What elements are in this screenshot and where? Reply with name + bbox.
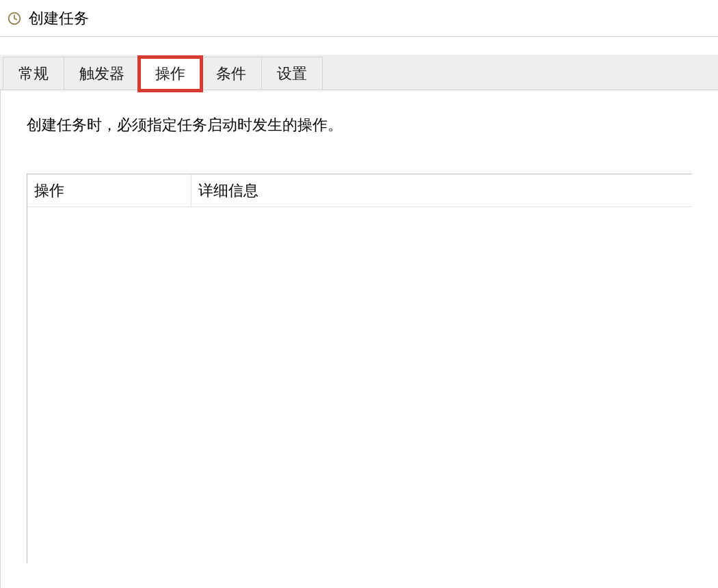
tab-general[interactable]: 常规 [3,57,64,90]
window-title: 创建任务 [29,8,89,29]
column-header-detail[interactable]: 详细信息 [191,174,692,206]
clock-icon [7,11,22,26]
tab-settings[interactable]: 设置 [261,57,323,90]
tab-conditions[interactable]: 条件 [200,57,262,90]
panel-description: 创建任务时，必须指定任务启动时发生的操作。 [27,115,692,135]
dialog-content: 常规 触发器 操作 条件 设置 创建任务时，必须指定任务启动时发生的操作。 操作… [0,55,718,588]
tab-actions[interactable]: 操作 [139,57,201,90]
tab-label: 常规 [18,64,49,84]
actions-table: 操作 详细信息 [27,174,692,563]
table-header-row: 操作 详细信息 [27,174,692,207]
tab-label: 设置 [277,64,307,84]
tab-label: 条件 [216,64,246,84]
column-header-label: 详细信息 [198,181,258,201]
table-body[interactable] [27,207,692,563]
column-header-action[interactable]: 操作 [27,174,191,206]
tabstrip: 常规 触发器 操作 条件 设置 [0,55,718,90]
window-titlebar: 创建任务 [0,0,718,37]
tab-label: 操作 [155,64,185,84]
tab-label: 触发器 [79,64,124,84]
tab-panel-actions: 创建任务时，必须指定任务启动时发生的操作。 操作 详细信息 [0,90,718,588]
column-header-label: 操作 [34,181,64,201]
tab-triggers[interactable]: 触发器 [64,57,140,90]
